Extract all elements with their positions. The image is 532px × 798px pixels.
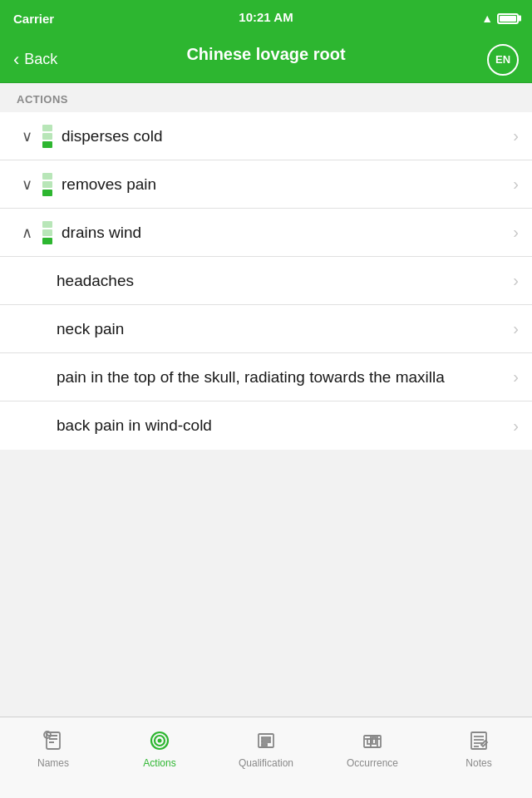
carrier-label: Carrier bbox=[13, 12, 54, 26]
back-chevron-icon: ‹ bbox=[13, 51, 19, 69]
tab-actions-label: Actions bbox=[143, 757, 175, 769]
chevron-right-icon: › bbox=[513, 271, 519, 290]
back-button[interactable]: ‹ Back bbox=[13, 51, 57, 69]
list-item[interactable]: pain in the top of the skull, radiating … bbox=[0, 353, 532, 401]
list-item[interactable]: headaches › bbox=[0, 257, 532, 305]
item-label: pain in the top of the skull, radiating … bbox=[13, 355, 506, 400]
tab-actions[interactable]: Actions bbox=[106, 724, 213, 769]
item-label: disperses cold bbox=[62, 114, 506, 159]
page-title: Chinese lovage root bbox=[186, 45, 345, 64]
battery-icon bbox=[497, 13, 519, 24]
tab-occurrence-label: Occurrence bbox=[347, 757, 398, 769]
item-label: drains wind bbox=[62, 210, 506, 255]
list-item[interactable]: ∨ removes pain › bbox=[0, 160, 532, 209]
wifi-icon: ▲ bbox=[481, 12, 493, 25]
expand-icon: ∨ bbox=[13, 175, 40, 194]
expand-icon: ∧ bbox=[13, 224, 40, 242]
list-item[interactable]: back pain in wind-cold › bbox=[0, 401, 532, 450]
tab-names-label: Names bbox=[37, 757, 69, 769]
nav-bar: ‹ Back Chinese lovage root EN bbox=[0, 37, 532, 83]
lang-label: EN bbox=[495, 53, 510, 66]
tab-qualification[interactable]: Qualification bbox=[213, 724, 319, 769]
svg-rect-6 bbox=[262, 741, 270, 742]
back-label: Back bbox=[24, 51, 57, 68]
tab-bar: Names Actions Qualification bbox=[0, 717, 532, 798]
tab-names[interactable]: Names bbox=[0, 724, 106, 769]
qualification-icon bbox=[253, 727, 279, 754]
strength-bar bbox=[40, 173, 55, 196]
tab-occurrence[interactable]: Occurrence bbox=[319, 724, 426, 769]
chevron-right-icon: › bbox=[513, 319, 519, 338]
actions-icon bbox=[146, 727, 173, 754]
item-label: removes pain bbox=[62, 162, 506, 207]
language-button[interactable]: EN bbox=[487, 44, 519, 76]
strength-bar bbox=[40, 221, 55, 244]
list-item[interactable]: ∨ disperses cold › bbox=[0, 112, 532, 160]
chevron-right-icon: › bbox=[513, 367, 519, 387]
chevron-right-icon: › bbox=[513, 126, 519, 145]
item-label: neck pain bbox=[13, 307, 506, 352]
occurrence-icon bbox=[359, 727, 386, 754]
chevron-right-icon: › bbox=[513, 223, 519, 242]
names-icon bbox=[40, 727, 66, 754]
status-bar: Carrier 10:21 AM ▲ bbox=[0, 0, 532, 37]
tab-notes[interactable]: Notes bbox=[426, 724, 532, 769]
tab-notes-label: Notes bbox=[466, 757, 491, 769]
section-header-label: ACTIONS bbox=[17, 93, 68, 106]
item-label: headaches bbox=[13, 259, 506, 303]
expand-icon: ∨ bbox=[13, 127, 40, 145]
chevron-right-icon: › bbox=[513, 416, 519, 436]
list-item[interactable]: ∧ drains wind › bbox=[0, 209, 532, 257]
section-header: ACTIONS bbox=[0, 83, 532, 112]
chevron-right-icon: › bbox=[513, 175, 519, 194]
strength-bar bbox=[40, 125, 55, 148]
svg-rect-5 bbox=[262, 737, 270, 739]
time-label: 10:21 AM bbox=[239, 10, 293, 24]
notes-icon bbox=[466, 727, 492, 754]
status-icons: ▲ bbox=[481, 12, 519, 25]
actions-list: ∨ disperses cold › ∨ removes pain › ∧ dr… bbox=[0, 112, 532, 450]
svg-rect-7 bbox=[262, 744, 267, 746]
list-item[interactable]: neck pain › bbox=[0, 305, 532, 353]
svg-point-3 bbox=[158, 739, 162, 743]
item-label: back pain in wind-cold bbox=[13, 403, 506, 448]
tab-qualification-label: Qualification bbox=[239, 757, 293, 769]
